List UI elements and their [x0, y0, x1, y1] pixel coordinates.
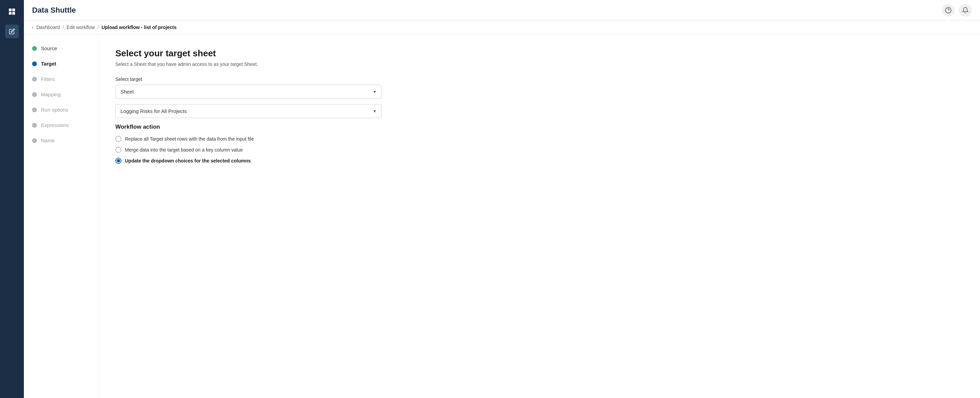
step-label-run-options: Run options	[41, 107, 68, 113]
radio-item-merge[interactable]: Merge data into the target based on a ke…	[115, 147, 964, 153]
radio-circle-merge	[115, 147, 121, 153]
form-subtitle: Select a Sheet that you have admin acces…	[115, 61, 964, 67]
breadcrumb-back-arrow[interactable]: ‹	[32, 25, 34, 30]
sheet-name-select-wrapper: Logging Risks for All Projects Other She…	[115, 104, 382, 118]
help-button[interactable]	[942, 4, 955, 17]
step-dot-filters	[32, 77, 37, 81]
radio-label-update-dropdown: Update the dropdown choices for the sele…	[125, 158, 251, 164]
breadcrumb: ‹ Dashboard / Edit workflow / Upload wor…	[24, 21, 980, 35]
form-panel: Select your target sheet Select a Sheet …	[99, 35, 980, 398]
svg-rect-3	[12, 12, 15, 15]
app-logo	[6, 5, 18, 18]
step-label-name: Name	[41, 138, 55, 143]
step-label-filters: Filters	[41, 76, 55, 82]
sidebar-item-mapping[interactable]: Mapping	[32, 91, 91, 97]
step-dot-mapping	[32, 92, 37, 97]
sidebar-item-filters[interactable]: Filters	[32, 76, 91, 82]
svg-rect-0	[9, 8, 11, 11]
svg-rect-1	[12, 8, 15, 11]
step-label-expressions: Expressions	[41, 122, 69, 128]
left-nav	[0, 0, 24, 398]
select-target-label: Select target	[115, 76, 964, 82]
sidebar-item-run-options[interactable]: Run options	[32, 107, 91, 113]
step-dot-name	[32, 138, 37, 143]
sidebar-item-target[interactable]: Target	[32, 61, 91, 67]
step-dot-run-options	[32, 108, 37, 112]
sheet-type-select-wrapper: Sheet Report DataTable ▼	[115, 84, 382, 99]
sidebar-item-name[interactable]: Name	[32, 138, 91, 143]
breadcrumb-sep-1: /	[62, 25, 64, 30]
breadcrumb-edit-workflow[interactable]: Edit workflow	[67, 25, 94, 30]
header-icons	[942, 4, 972, 17]
sheet-type-select[interactable]: Sheet Report DataTable	[115, 84, 382, 99]
nav-edit-button[interactable]	[5, 25, 19, 38]
step-label-target: Target	[41, 61, 56, 67]
step-dot-expressions	[32, 123, 37, 128]
content-area: Source Target Filters Mapping Run option…	[24, 35, 980, 398]
radio-circle-update-dropdown	[115, 158, 121, 164]
sheet-name-select[interactable]: Logging Risks for All Projects Other She…	[115, 104, 382, 118]
steps-sidebar: Source Target Filters Mapping Run option…	[24, 35, 99, 398]
sidebar-item-source[interactable]: Source	[32, 45, 91, 51]
step-dot-target	[32, 61, 37, 66]
radio-group: Replace all Target sheet rows with the d…	[115, 136, 964, 164]
app-title: Data Shuttle	[32, 6, 76, 15]
breadcrumb-current: Upload workflow - list of projects	[101, 25, 177, 30]
sidebar-item-expressions[interactable]: Expressions	[32, 122, 91, 128]
top-header: Data Shuttle	[24, 0, 980, 21]
radio-item-replace[interactable]: Replace all Target sheet rows with the d…	[115, 136, 964, 142]
form-title: Select your target sheet	[115, 48, 964, 59]
radio-label-merge: Merge data into the target based on a ke…	[125, 147, 243, 153]
main-wrapper: Data Shuttle ‹ Dashboard / Edit workflow	[24, 0, 980, 398]
svg-rect-2	[9, 12, 11, 15]
workflow-action-title: Workflow action	[115, 124, 964, 131]
radio-label-replace: Replace all Target sheet rows with the d…	[125, 136, 254, 142]
step-label-source: Source	[41, 45, 57, 51]
radio-circle-replace	[115, 136, 121, 142]
breadcrumb-sep-2: /	[98, 25, 99, 30]
breadcrumb-dashboard[interactable]: Dashboard	[37, 25, 60, 30]
notification-button[interactable]	[959, 4, 972, 17]
step-dot-source	[32, 46, 37, 51]
radio-item-update-dropdown[interactable]: Update the dropdown choices for the sele…	[115, 158, 964, 164]
step-label-mapping: Mapping	[41, 91, 61, 97]
